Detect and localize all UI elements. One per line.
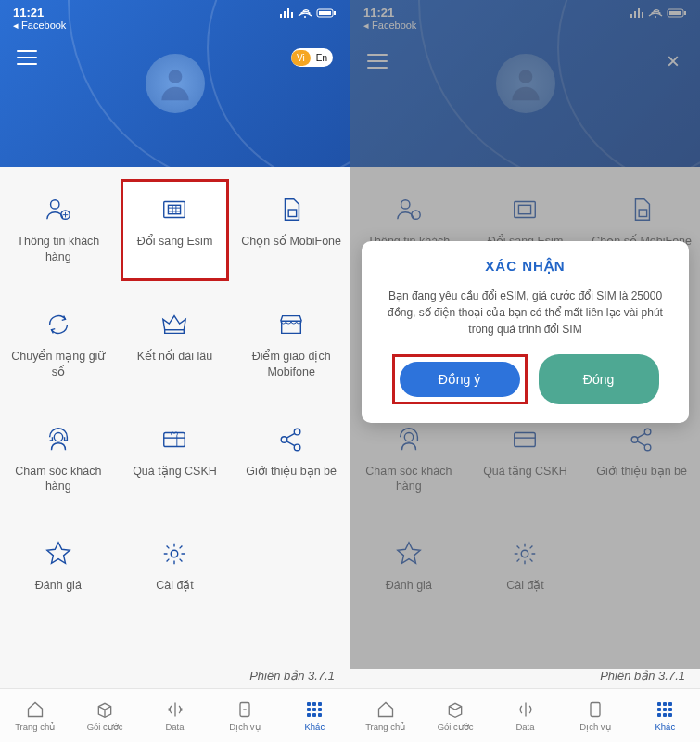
agree-button[interactable]: Đồng ý (400, 362, 520, 397)
svg-point-0 (304, 16, 306, 18)
dialog-body: Bạn đang yêu cầu đổi eSIM, giá cước đổi … (376, 288, 674, 338)
status-time: 11:21 (13, 6, 44, 19)
lang-vi[interactable]: Vi (291, 50, 311, 66)
gear-icon (159, 539, 189, 569)
cell-label: Chuyển mạng giữ số (6, 349, 111, 380)
tab-other[interactable]: Khác (280, 689, 350, 742)
svg-rect-9 (288, 210, 296, 217)
agree-highlight: Đồng ý (392, 354, 528, 404)
share-icon (276, 425, 306, 454)
star-icon (44, 539, 73, 569)
customer-info-icon (44, 195, 73, 224)
tab-service[interactable]: Dịch vụ (560, 689, 630, 742)
cell-choose-number[interactable]: Chọn số MobiFone (233, 186, 350, 275)
cell-customer-info[interactable]: Thông tin khách hàng (0, 186, 117, 275)
cell-label: Chọn số MobiFone (241, 234, 341, 249)
cell-label: Quà tặng CSKH (133, 464, 217, 480)
svg-point-14 (294, 444, 300, 451)
status-icons (279, 7, 337, 19)
data-icon (165, 700, 185, 719)
cell-rate[interactable]: Đánh giá (350, 530, 467, 603)
svg-rect-11 (164, 432, 185, 446)
tab-data[interactable]: Data (140, 689, 210, 742)
esim-icon (159, 195, 189, 224)
cell-care[interactable]: Chăm sóc khách hàng (0, 416, 117, 505)
cell-label: Đánh giá (35, 578, 82, 594)
gift-card-icon (159, 425, 189, 454)
svg-point-27 (404, 432, 413, 441)
cell-refer[interactable]: Giới thiệu bạn bè (233, 416, 350, 505)
app-header: 11:21 ◂ Facebook × (350, 0, 700, 167)
svg-rect-25 (519, 205, 531, 213)
menu-icon[interactable] (17, 50, 37, 65)
cell-connect[interactable]: Kết nối dài lâu (117, 301, 234, 390)
app-header: 11:21 ◂ Facebook Vi En (0, 0, 350, 167)
back-to-app[interactable]: ◂ Facebook (0, 19, 350, 32)
cell-esim[interactable]: Đổi sang Esim (121, 179, 230, 281)
sim-icon (276, 195, 306, 224)
svg-point-12 (281, 436, 287, 442)
tab-package[interactable]: Gói cước (70, 689, 139, 742)
language-toggle[interactable]: Vi En (291, 48, 333, 67)
cell-settings[interactable]: Cài đặt (117, 530, 234, 603)
svg-point-15 (172, 551, 179, 558)
cell-label: Thông tin khách hàng (6, 234, 111, 265)
package-icon (95, 700, 115, 719)
svg-rect-7 (164, 202, 185, 218)
tab-home[interactable]: Trang chủ (0, 689, 70, 742)
cell-mnp[interactable]: Chuyển mạng giữ số (0, 301, 117, 390)
tab-bar: Trang chủ Gói cước Data Dịch vụ Khác (0, 688, 350, 742)
version-label: Phiên bản 3.7.1 (350, 669, 700, 688)
version-label: Phiên bản 3.7.1 (0, 669, 350, 688)
cell-label: Điểm giao dịch Mobifone (238, 349, 344, 380)
phone-left: 11:21 ◂ Facebook Vi En (0, 0, 350, 742)
status-bar: 11:21 (0, 0, 350, 19)
svg-rect-2 (319, 11, 331, 15)
tab-data[interactable]: Data (490, 689, 560, 742)
svg-rect-26 (639, 210, 646, 217)
store-icon (276, 310, 306, 339)
menu-grid: Thông tin khách hàng Đổi sang Esim Chọn … (0, 167, 350, 612)
tab-other[interactable]: Khác (630, 689, 700, 742)
svg-point-30 (644, 429, 651, 435)
cell-label: Kết nối dài lâu (137, 349, 212, 365)
svg-point-29 (631, 436, 638, 442)
svg-point-5 (50, 200, 58, 209)
cell-care[interactable]: Chăm sóc khách hàng (350, 416, 467, 505)
grid-icon (304, 700, 325, 719)
cell-gift[interactable]: Quà tặng CSKH (117, 416, 234, 505)
cell-settings[interactable]: Cài đặt (467, 530, 584, 603)
cell-label: Cài đặt (156, 578, 194, 594)
home-icon (25, 700, 45, 719)
svg-point-32 (522, 551, 529, 558)
cell-transaction-point[interactable]: Điểm giao dịch Mobifone (233, 301, 350, 390)
lang-en[interactable]: En (311, 50, 333, 66)
cell-label: Chăm sóc khách hàng (6, 464, 111, 495)
svg-point-22 (401, 200, 409, 209)
confirm-dialog: XÁC NHẬN Bạn đang yêu cầu đổi eSIM, giá … (362, 241, 689, 423)
avatar[interactable] (146, 54, 205, 113)
cell-rate[interactable]: Đánh giá (0, 530, 117, 603)
crown-icon (159, 310, 189, 339)
phone-right: 11:21 ◂ Facebook × Thông tin khách hàng … (350, 0, 700, 742)
cell-refer[interactable]: Giới thiệu bạn bè (583, 416, 700, 505)
svg-rect-3 (334, 11, 336, 15)
cell-gift[interactable]: Quà tặng CSKH (467, 416, 584, 505)
tab-home[interactable]: Trang chủ (350, 689, 420, 742)
svg-rect-28 (515, 432, 536, 446)
tab-bar: Trang chủ Gói cước Data Dịch vụ Khác (350, 688, 700, 742)
dialog-title: XÁC NHẬN (376, 258, 674, 275)
mnp-icon (44, 310, 73, 339)
svg-point-13 (294, 429, 300, 435)
svg-point-10 (54, 432, 62, 441)
svg-rect-8 (169, 205, 181, 213)
service-icon (235, 700, 255, 719)
svg-point-4 (168, 70, 182, 83)
cell-label: Giới thiệu bạn bè (246, 464, 337, 480)
svg-point-31 (644, 444, 651, 451)
tab-service[interactable]: Dịch vụ (210, 689, 279, 742)
close-button[interactable]: Đóng (539, 354, 659, 404)
svg-rect-24 (515, 202, 536, 218)
tab-package[interactable]: Gói cước (420, 689, 490, 742)
svg-rect-33 (591, 702, 600, 716)
